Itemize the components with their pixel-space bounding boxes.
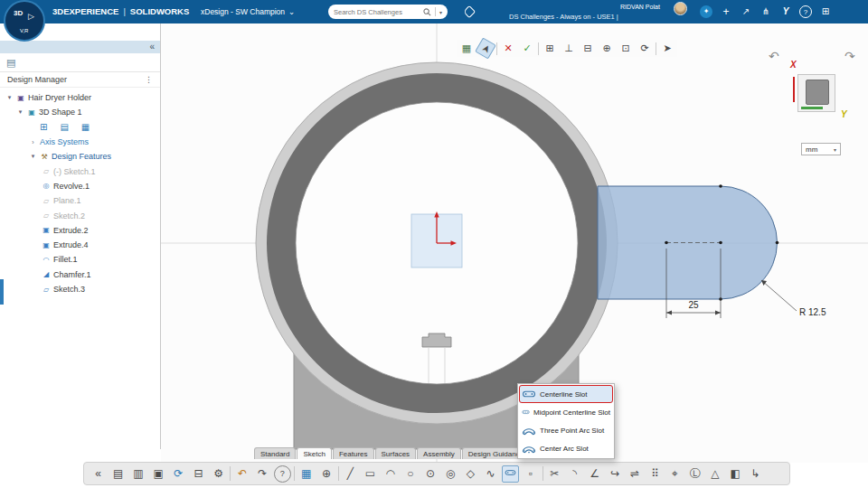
user-avatar[interactable] bbox=[674, 2, 687, 15]
spline-tool-icon[interactable]: ∿ bbox=[482, 465, 499, 483]
pin-toolbar-icon[interactable]: ➤ bbox=[659, 41, 675, 56]
sheet-grid-icon[interactable]: ▦ bbox=[297, 465, 315, 483]
tree-item-hair-dryer-holder[interactable]: ▾ ▣ Hair Dryer Holder bbox=[0, 90, 160, 105]
construction-geometry-tool-icon[interactable]: △ bbox=[706, 465, 723, 483]
tree-item-design-features[interactable]: ▾ ⚒ Design Features bbox=[0, 149, 160, 164]
expander-icon[interactable]: ▾ bbox=[5, 94, 14, 101]
shape-mesh-icon[interactable]: ▦ bbox=[81, 122, 90, 132]
tree-item-3d-shape-1[interactable]: ▾ ▣ 3D Shape 1 bbox=[0, 105, 160, 119]
slot-center-point[interactable] bbox=[665, 241, 668, 245]
polygon-tool-icon[interactable]: ◇ bbox=[462, 465, 479, 483]
sketch-grid-icon[interactable]: ▦ bbox=[458, 41, 475, 56]
help-icon[interactable]: ? bbox=[799, 5, 812, 18]
search-icon[interactable] bbox=[423, 8, 431, 16]
slot-tool-button[interactable] bbox=[502, 465, 519, 483]
save-sync-icon[interactable]: ⟳ bbox=[170, 465, 187, 483]
view-cube-face[interactable] bbox=[806, 80, 829, 105]
search-input[interactable] bbox=[334, 8, 420, 16]
view-normal-icon[interactable]: ⊥ bbox=[561, 41, 577, 56]
view-section-icon[interactable]: ⊟ bbox=[580, 41, 596, 56]
select-cursor-icon[interactable]: ➤ bbox=[475, 37, 496, 59]
tree-item-extrude-2[interactable]: ▣ Extrude.2 bbox=[0, 223, 160, 238]
slot-arc-point[interactable] bbox=[776, 241, 779, 245]
3ds-logo[interactable]: 3D ▷ V,R bbox=[4, 0, 45, 42]
tree-item-plane-1[interactable]: ▱ Plane.1 bbox=[0, 193, 160, 208]
collapse-panel-icon[interactable]: « bbox=[149, 42, 155, 52]
expander-icon[interactable]: ▾ bbox=[29, 153, 37, 160]
menu-item-center-arc-slot[interactable]: Center Arc Slot bbox=[519, 439, 613, 457]
sketch-canvas[interactable]: 25 R 12.5 bbox=[161, 23, 868, 463]
tab-surfaces[interactable]: Surfaces bbox=[375, 447, 417, 459]
settings-gear-icon[interactable]: ⚙ bbox=[210, 465, 227, 483]
tree-item-axis-systems[interactable]: › Axis Systems bbox=[0, 135, 160, 149]
tab-standard[interactable]: Standard bbox=[254, 447, 296, 459]
zoom-in-icon[interactable]: ⊕ bbox=[599, 41, 615, 56]
cancel-sketch-icon[interactable]: ✕ bbox=[500, 41, 516, 56]
convert-entities-tool-icon[interactable]: ↳ bbox=[747, 465, 764, 483]
point-tool-icon[interactable]: ▫ bbox=[523, 465, 540, 483]
circular-pattern-tool-icon[interactable]: ⌖ bbox=[666, 465, 684, 483]
mirror-tool-icon[interactable]: ⇌ bbox=[627, 465, 644, 483]
tab-sketch[interactable]: Sketch bbox=[297, 447, 331, 459]
swym-icon[interactable]: Y bbox=[779, 5, 792, 18]
accept-sketch-icon[interactable]: ✓ bbox=[519, 41, 535, 56]
app-switcher[interactable]: xDesign - SW Champion ⌄ bbox=[201, 7, 295, 16]
linear-pattern-tool-icon[interactable]: ⠿ bbox=[646, 465, 664, 483]
search-caret-icon[interactable]: ▾ bbox=[439, 9, 442, 15]
rectangle-tool-icon[interactable]: ▭ bbox=[362, 465, 379, 483]
update-icon[interactable]: ⟳ bbox=[637, 41, 653, 56]
menu-item-three-point-arc-slot[interactable]: Three Point Arc Slot bbox=[519, 421, 613, 439]
slot-top-point[interactable] bbox=[719, 184, 722, 188]
length-dimension-label[interactable]: 25 bbox=[688, 300, 699, 310]
compass-icon[interactable]: ✦ bbox=[700, 5, 712, 18]
zoom-selector-icon[interactable]: ⊕ bbox=[317, 465, 335, 483]
panel-menu-icon[interactable]: ⋮ bbox=[145, 72, 153, 88]
arc-tool-icon[interactable]: ◠ bbox=[382, 465, 399, 483]
line-tool-icon[interactable]: ╱ bbox=[342, 465, 359, 483]
menu-item-midpoint-centerline-slot[interactable]: Midpoint Centerline Slot bbox=[519, 403, 613, 421]
tab-features[interactable]: Features bbox=[333, 447, 374, 459]
tree-item-revolve-1[interactable]: ◎ Revolve.1 bbox=[0, 179, 160, 193]
unit-dropdown[interactable]: mm ▾ bbox=[801, 143, 841, 155]
expander-icon[interactable]: ▾ bbox=[16, 108, 24, 116]
rotate-view-left-icon[interactable]: ↶ bbox=[769, 49, 779, 63]
shape-body-icon[interactable]: ⊞ bbox=[40, 122, 47, 132]
offset-tool-icon[interactable]: ↪ bbox=[606, 465, 623, 483]
clipboard-icon[interactable]: ▥ bbox=[129, 465, 146, 483]
circle-tool-icon[interactable]: ○ bbox=[401, 465, 419, 483]
apps-grid-icon[interactable]: ⊞ bbox=[819, 5, 832, 18]
user-name[interactable]: RIDVAN Polat bbox=[620, 4, 660, 10]
share-nodes-icon[interactable]: ⋔ bbox=[760, 5, 772, 18]
solid-preview-tool-icon[interactable]: ◧ bbox=[727, 465, 744, 483]
copy-icon[interactable]: ▤ bbox=[109, 465, 127, 483]
tag-icon[interactable] bbox=[463, 5, 476, 18]
panel-sheet-icon[interactable]: ▤ bbox=[6, 57, 15, 69]
slot-sketch-region[interactable] bbox=[598, 186, 778, 299]
view-face-icon[interactable]: ⊞ bbox=[542, 41, 558, 56]
tree-item-sketch-3[interactable]: ▱ Sketch.3 bbox=[0, 282, 160, 296]
expander-icon[interactable]: › bbox=[29, 139, 37, 145]
tree-item-chamfer-1[interactable]: ◢ Chamfer.1 bbox=[0, 267, 160, 282]
tree-item-sketch-2[interactable]: ▱ Sketch.2 bbox=[0, 208, 160, 222]
modeling-viewport[interactable]: 25 R 12.5 ▦ ➤ ✕ ✓ ⊞ ⊥ ⊟ ⊕ ⊡ ⟳ ➤ ↶ ↷ X Y … bbox=[161, 23, 868, 463]
smart-dimension-tool-icon[interactable]: Ⓛ bbox=[686, 465, 703, 483]
export-icon[interactable]: ⊟ bbox=[190, 465, 207, 483]
fillet-tool-icon[interactable]: ◝ bbox=[566, 465, 583, 483]
shape-sketch-icon[interactable]: ▤ bbox=[60, 122, 68, 132]
tree-item-extrude-4[interactable]: ▣ Extrude.4 bbox=[0, 238, 160, 252]
trim-tool-icon[interactable]: ✂ bbox=[546, 465, 563, 483]
collapse-toolbar-icon[interactable]: « bbox=[90, 465, 107, 483]
chamfer-tool-icon[interactable]: ∠ bbox=[586, 465, 603, 483]
menu-item-centerline-slot[interactable]: Centerline Slot bbox=[519, 385, 613, 403]
rotate-view-right-icon[interactable]: ↷ bbox=[844, 49, 855, 63]
slot-center-point[interactable] bbox=[719, 241, 722, 245]
add-content-icon[interactable]: + bbox=[720, 5, 732, 18]
share-forward-icon[interactable]: ↗ bbox=[740, 5, 752, 18]
perimeter-circle-tool-icon[interactable]: ◎ bbox=[442, 465, 459, 483]
help-icon[interactable]: ? bbox=[274, 465, 291, 483]
redo-icon[interactable]: ↷ bbox=[254, 465, 271, 483]
tree-item-sketch-1[interactable]: ▱ (-) Sketch.1 bbox=[0, 164, 160, 178]
chevron-down-icon[interactable]: ⌄ bbox=[288, 7, 295, 16]
tab-assembly[interactable]: Assembly bbox=[417, 447, 461, 459]
sidebar-scrollbar[interactable] bbox=[0, 279, 4, 305]
